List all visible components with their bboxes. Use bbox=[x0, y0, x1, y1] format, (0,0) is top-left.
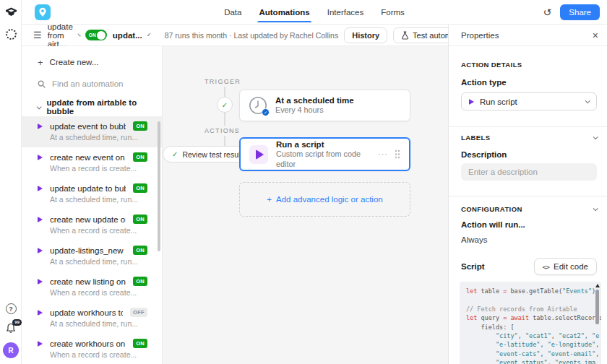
automation-play-icon bbox=[38, 248, 43, 254]
automation-status-badge: ON bbox=[133, 183, 147, 193]
automation-item-title: update-listings_new bbox=[50, 246, 126, 255]
actions-section-label: ACTIONS bbox=[205, 127, 240, 134]
automation-item-title: create workhours on bu... bbox=[50, 339, 126, 348]
description-label: Description bbox=[461, 150, 597, 159]
search-icon bbox=[38, 80, 46, 88]
user-avatar[interactable]: R bbox=[3, 342, 19, 358]
scrollbar-thumb[interactable] bbox=[595, 290, 599, 324]
automation-play-icon bbox=[38, 310, 43, 316]
automation-list-item[interactable]: create new update on b... ON When a reco… bbox=[22, 209, 162, 240]
automation-item-subtitle: When a record is create... bbox=[50, 350, 147, 359]
automation-toolbar: ☰ update from airt... ON updat... 87 run… bbox=[22, 25, 448, 46]
sidebar-toggle-icon[interactable]: ☰ bbox=[33, 30, 42, 40]
action-type-value: Run script bbox=[480, 98, 517, 106]
main-tabs: Data Automations Interfaces Forms bbox=[223, 0, 406, 25]
automation-item-title: update workhours to bu... bbox=[50, 308, 123, 317]
collapse-chevron-icon[interactable] bbox=[593, 134, 598, 139]
automation-list-item[interactable]: update-listings_new ON At a scheduled ti… bbox=[22, 240, 162, 272]
automation-status-badge: ON bbox=[133, 152, 147, 162]
app-location-pin-icon[interactable] bbox=[35, 4, 51, 20]
check-icon: ✓ bbox=[172, 150, 178, 158]
automation-on-toggle[interactable]: ON bbox=[85, 30, 107, 40]
review-test-results-label: Review test results bbox=[182, 150, 246, 159]
automation-item-subtitle: When a record is create... bbox=[50, 288, 147, 297]
script-code-preview[interactable]: let table = base.getTable("Events"); // … bbox=[460, 282, 601, 364]
automation-list-item[interactable]: update event to bubble ON At a scheduled… bbox=[22, 116, 162, 147]
workspace-logo-icon[interactable] bbox=[5, 7, 17, 17]
configuration-section-header[interactable]: CONFIGURATION bbox=[461, 205, 597, 213]
automation-list-item[interactable]: create workhours on bu... ON When a reco… bbox=[22, 334, 162, 364]
history-button[interactable]: History bbox=[344, 27, 387, 43]
properties-title: Properties bbox=[461, 31, 499, 40]
scroll-up-arrow-icon[interactable] bbox=[595, 284, 600, 287]
action-type-select[interactable]: Run script bbox=[461, 92, 597, 110]
close-panel-icon[interactable]: × bbox=[593, 30, 598, 40]
automation-group-header[interactable]: update from airtable to bubble bbox=[22, 98, 162, 116]
automation-item-subtitle: When a record is create... bbox=[50, 226, 147, 235]
automation-item-subtitle: At a scheduled time, run... bbox=[50, 133, 147, 142]
card-more-options-icon[interactable]: ··· bbox=[378, 150, 388, 158]
share-button[interactable]: Share bbox=[560, 4, 600, 20]
add-advanced-logic-button[interactable]: + Add advanced logic or action bbox=[239, 182, 410, 217]
trigger-tested-check-icon: ✓ bbox=[262, 108, 270, 116]
flow-connector-line bbox=[224, 136, 225, 146]
breadcrumb-separator-icon bbox=[77, 33, 80, 36]
automation-item-title: create new event on bu... bbox=[50, 153, 126, 162]
automation-play-icon bbox=[38, 279, 43, 285]
automation-item-title: create new listing on bu... bbox=[50, 277, 126, 286]
description-input[interactable] bbox=[461, 163, 597, 181]
plus-icon: + bbox=[38, 57, 43, 68]
action-details-label: ACTION DETAILS bbox=[461, 61, 522, 69]
create-new-button[interactable]: + Create new... bbox=[22, 53, 162, 72]
main-tab[interactable]: Automations bbox=[257, 1, 311, 22]
main-tab[interactable]: Forms bbox=[379, 1, 406, 22]
notification-count-badge: 99 bbox=[12, 319, 22, 326]
automation-item-title: update update to bubble bbox=[50, 184, 126, 193]
automation-name[interactable]: updat... bbox=[113, 31, 142, 40]
edit-code-button[interactable]: <> Edit code bbox=[534, 258, 597, 275]
action-type-label: Action type bbox=[461, 78, 597, 87]
loading-spinner-icon bbox=[6, 29, 17, 40]
labels-section-header[interactable]: LABELS bbox=[461, 134, 597, 142]
automation-canvas: TRIGGER ✓ ACTIONS ✓ At a scheduled time … bbox=[163, 46, 448, 364]
automation-list-item[interactable]: create new event on bu... ON When a reco… bbox=[22, 147, 162, 178]
trigger-section-label: TRIGGER bbox=[205, 78, 241, 85]
automation-status-badge: ON bbox=[133, 277, 147, 286]
drag-handle-icon[interactable] bbox=[395, 150, 400, 159]
run-script-play-icon bbox=[469, 99, 474, 105]
toggle-knob bbox=[97, 31, 106, 40]
breadcrumb[interactable]: update from airt... bbox=[48, 22, 73, 48]
automation-name-chevron-icon[interactable] bbox=[147, 33, 150, 36]
action-card-subtitle: Custom script from code editor bbox=[276, 150, 370, 169]
collapse-chevron-icon[interactable] bbox=[593, 206, 598, 211]
flow-connector-line bbox=[224, 113, 225, 126]
trigger-card[interactable]: ✓ At a scheduled time Every 4 hours bbox=[239, 90, 410, 121]
main-tab[interactable]: Interfaces bbox=[326, 1, 366, 22]
help-icon[interactable]: ? bbox=[6, 303, 17, 314]
code-icon: <> bbox=[543, 263, 549, 271]
automation-play-icon bbox=[38, 155, 43, 160]
automation-list-item[interactable]: update workhours to bu... OFF At a sched… bbox=[22, 303, 162, 334]
automation-status-badge: ON bbox=[133, 246, 147, 255]
automation-list-item[interactable]: update update to bubble ON At a schedule… bbox=[22, 178, 162, 209]
script-label: Script bbox=[461, 262, 485, 271]
notifications-bell-icon[interactable]: 99 bbox=[6, 323, 16, 334]
automation-list-item[interactable]: create new listing on bu... ON When a re… bbox=[22, 272, 162, 303]
create-new-label: Create new... bbox=[50, 58, 99, 66]
trigger-card-subtitle: Every 4 hours bbox=[275, 105, 354, 115]
automation-status-badge: ON bbox=[133, 121, 147, 131]
flow-connector-line bbox=[224, 87, 225, 97]
action-card-selected[interactable]: Run a script Custom script from code edi… bbox=[239, 137, 410, 171]
automation-status-badge: ON bbox=[133, 339, 147, 348]
group-label: update from airtable to bubble bbox=[47, 98, 153, 116]
labels-label: LABELS bbox=[461, 134, 490, 142]
chevron-down-icon bbox=[585, 98, 590, 103]
history-undo-icon[interactable]: ↺ bbox=[543, 6, 552, 18]
main-tab[interactable]: Data bbox=[223, 1, 243, 22]
find-automation-search[interactable]: Find an automation bbox=[22, 74, 162, 93]
code-scrollbar[interactable] bbox=[595, 284, 600, 324]
sidebar-scrollbar[interactable] bbox=[158, 121, 160, 251]
add-advanced-logic-label: Add advanced logic or action bbox=[276, 195, 383, 204]
automation-item-title: create new update on b... bbox=[50, 215, 126, 224]
automations-sidebar: + Create new... Find an automation updat… bbox=[22, 46, 163, 364]
